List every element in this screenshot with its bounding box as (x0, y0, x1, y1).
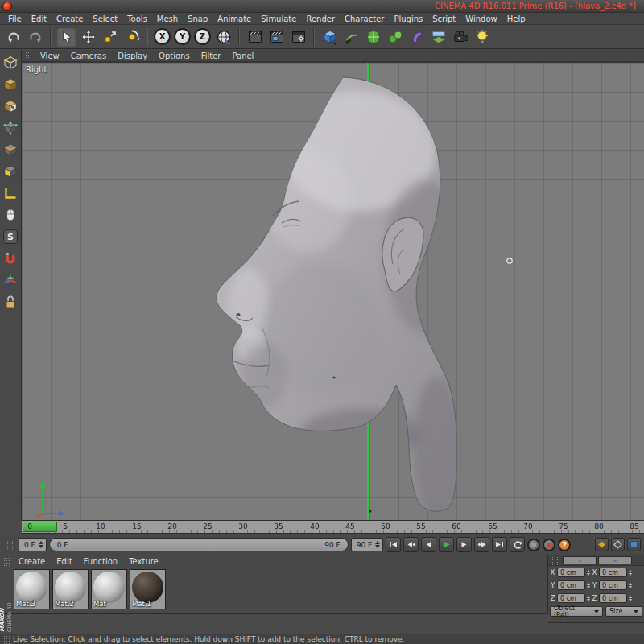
panel-grip[interactable] (25, 52, 31, 60)
environment-floor-icon[interactable] (428, 27, 448, 47)
end-frame-field[interactable]: 90 F (351, 538, 384, 551)
autokey-record-button[interactable] (543, 539, 555, 551)
vp-menu-filter[interactable]: Filter (196, 52, 227, 60)
size-y-field[interactable]: 0 cm (599, 580, 627, 590)
position-y-field[interactable]: 0 cm (557, 580, 585, 590)
menu-create[interactable]: Create (52, 14, 88, 23)
point-marker[interactable] (507, 258, 512, 263)
render-view-icon[interactable] (245, 27, 265, 47)
material-thumbnail[interactable]: Mat.1 (130, 569, 166, 609)
record-position-button[interactable] (527, 539, 540, 551)
menu-plugins[interactable]: Plugins (389, 14, 427, 23)
play-button[interactable] (439, 537, 454, 552)
camera-icon[interactable] (450, 27, 470, 47)
spline-pen-icon[interactable] (341, 27, 361, 47)
live-selection-tool[interactable] (56, 27, 76, 47)
goto-end-button[interactable] (492, 537, 507, 552)
menu-mesh[interactable]: Mesh (152, 14, 183, 23)
menu-window[interactable]: Window (460, 14, 502, 23)
edge-mode-icon[interactable] (1, 140, 20, 159)
vp-menu-cameras[interactable]: Cameras (65, 52, 112, 60)
sculpt-mode-icon[interactable]: S (1, 227, 20, 246)
spinner-arrows-icon[interactable] (587, 583, 590, 588)
vp-menu-options[interactable]: Options (153, 52, 196, 60)
position-z-field[interactable]: 0 cm (557, 593, 585, 603)
deformer-icon[interactable] (407, 27, 427, 47)
menu-tools[interactable]: Tools (122, 14, 152, 23)
menu-animate[interactable]: Animate (213, 14, 256, 23)
previous-frame-button[interactable] (421, 537, 436, 552)
menu-edit[interactable]: Edit (27, 14, 52, 23)
spinner-arrows-icon[interactable] (587, 570, 590, 576)
size-mode-dropdown[interactable]: Size (605, 606, 642, 617)
redo-icon[interactable] (25, 27, 45, 47)
spinner-arrows-icon[interactable] (587, 596, 590, 601)
render-picture-viewer-icon[interactable] (266, 27, 287, 47)
loop-mode-button[interactable] (510, 537, 525, 552)
menu-help[interactable]: Help (502, 14, 530, 23)
workplane-icon[interactable] (1, 184, 20, 203)
lock-x-axis-button[interactable]: X (154, 28, 171, 45)
help-button[interactable]: ? (558, 539, 571, 551)
material-thumbnail[interactable]: Mat.3 (14, 569, 50, 609)
point-mode-icon[interactable] (1, 118, 20, 138)
timeline-range-slider[interactable]: 0 F 90 F (49, 538, 349, 551)
texture-mode-icon[interactable] (1, 97, 20, 116)
menu-script[interactable]: Script (427, 14, 460, 23)
axis-modification-icon[interactable] (1, 270, 20, 290)
spinner-arrows-icon[interactable] (629, 570, 632, 576)
lock-y-axis-button[interactable]: Y (174, 28, 191, 45)
menu-snap[interactable]: Snap (183, 14, 213, 23)
next-frame-button[interactable] (456, 537, 472, 552)
array-generator-icon[interactable] (385, 27, 405, 47)
scale-tool[interactable] (100, 27, 120, 47)
coordinate-mode-dropdown[interactable]: Object (Rel) (550, 606, 603, 617)
viewport-right-view[interactable]: Right (22, 62, 644, 520)
size-x-field[interactable]: 0 cm (599, 568, 627, 577)
spinner-arrows-icon[interactable] (39, 541, 43, 548)
material-thumbnail[interactable]: Mat.2 (52, 569, 89, 609)
panel-grip[interactable] (3, 635, 10, 644)
mouse-navigation-icon[interactable] (1, 205, 20, 225)
mat-menu-create[interactable]: Create (13, 557, 51, 566)
mat-menu-texture[interactable]: Texture (123, 557, 164, 566)
goto-start-button[interactable] (386, 537, 401, 552)
move-tool[interactable] (78, 27, 98, 47)
make-editable-icon[interactable] (1, 53, 20, 72)
polygon-mode-icon[interactable] (1, 162, 20, 181)
keyframe-position-toggle[interactable] (595, 538, 609, 551)
current-frame-field[interactable]: 0 F (19, 538, 47, 551)
menu-simulate[interactable]: Simulate (256, 14, 301, 23)
light-icon[interactable] (472, 27, 492, 47)
next-key-button[interactable] (474, 537, 489, 552)
keyframe-parameter-toggle[interactable] (611, 538, 625, 551)
spinner-arrows-icon[interactable] (629, 596, 632, 601)
menu-select[interactable]: Select (88, 14, 122, 23)
timeline-ruler[interactable]: 0 5 10 15 20 25 30 35 40 45 50 55 60 65 … (22, 520, 644, 534)
vp-menu-display[interactable]: Display (112, 52, 153, 60)
vp-menu-view[interactable]: View (35, 52, 65, 60)
spinner-arrows-icon[interactable] (629, 583, 632, 588)
menu-character[interactable]: Character (340, 14, 389, 23)
spinner-arrows-icon[interactable] (375, 541, 380, 548)
add-cube-primitive-icon[interactable] (320, 27, 340, 47)
panel-grip[interactable] (551, 556, 558, 565)
lock-z-axis-button[interactable]: Z (194, 28, 211, 45)
position-x-field[interactable]: 0 cm (557, 568, 585, 577)
coordinate-system-globe-icon[interactable] (213, 27, 233, 47)
model-mode-icon[interactable] (1, 75, 20, 94)
mat-menu-edit[interactable]: Edit (51, 557, 77, 566)
render-settings-icon[interactable] (288, 27, 308, 47)
head-model[interactable] (22, 63, 644, 520)
keyframe-pla-toggle[interactable] (627, 538, 641, 551)
panel-grip[interactable] (6, 540, 13, 549)
material-thumbnail[interactable]: Mat (91, 569, 127, 609)
mat-menu-function[interactable]: Function (78, 557, 124, 566)
menu-render[interactable]: Render (301, 14, 340, 23)
undo-icon[interactable] (3, 27, 23, 47)
vp-menu-panel[interactable]: Panel (226, 52, 259, 60)
snap-magnet-icon[interactable] (1, 249, 20, 268)
menu-file[interactable]: File (3, 14, 27, 23)
previous-key-button[interactable] (403, 537, 419, 552)
lock-workplane-icon[interactable] (1, 292, 20, 312)
